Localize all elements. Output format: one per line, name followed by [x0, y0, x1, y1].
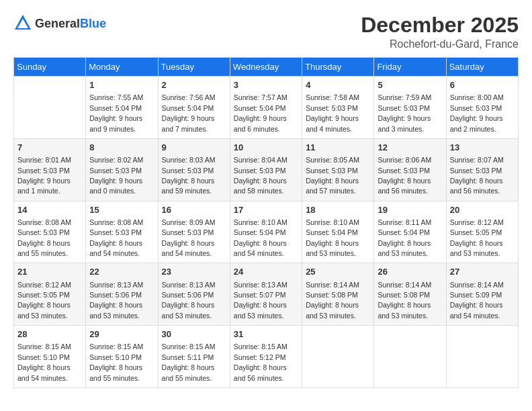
table-row	[446, 326, 518, 388]
day-number: 4	[306, 79, 370, 91]
table-row: 29Sunrise: 8:15 AMSunset: 5:10 PMDayligh…	[86, 326, 158, 388]
day-info: Sunrise: 8:14 AMSunset: 5:08 PMDaylight:…	[306, 281, 359, 320]
table-row	[14, 77, 86, 139]
table-row: 2Sunrise: 7:56 AMSunset: 5:04 PMDaylight…	[158, 77, 230, 139]
day-info: Sunrise: 8:01 AMSunset: 5:03 PMDaylight:…	[17, 156, 71, 195]
day-number: 12	[378, 142, 442, 154]
table-row: 10Sunrise: 8:04 AMSunset: 5:03 PMDayligh…	[230, 138, 302, 201]
col-saturday: Saturday	[446, 58, 518, 77]
table-row: 19Sunrise: 8:11 AMSunset: 5:04 PMDayligh…	[374, 201, 446, 263]
day-info: Sunrise: 8:05 AMSunset: 5:03 PMDaylight:…	[306, 156, 359, 195]
logo-blue: Blue	[80, 17, 106, 30]
day-number: 15	[89, 204, 154, 216]
day-info: Sunrise: 8:00 AMSunset: 5:03 PMDaylight:…	[450, 93, 504, 132]
page-container: GeneralBlue December 2025 Rochefort-du-G…	[0, 0, 532, 395]
day-number: 16	[162, 204, 226, 216]
day-info: Sunrise: 8:11 AMSunset: 5:04 PMDaylight:…	[378, 218, 431, 257]
table-row: 9Sunrise: 8:03 AMSunset: 5:03 PMDaylight…	[158, 138, 230, 201]
table-row: 25Sunrise: 8:14 AMSunset: 5:08 PMDayligh…	[302, 263, 374, 326]
day-number: 17	[234, 204, 298, 216]
table-row: 15Sunrise: 8:08 AMSunset: 5:03 PMDayligh…	[86, 201, 158, 263]
calendar-week-row: 28Sunrise: 8:15 AMSunset: 5:10 PMDayligh…	[14, 326, 519, 388]
day-number: 11	[306, 142, 370, 154]
col-thursday: Thursday	[302, 58, 374, 77]
table-row: 31Sunrise: 8:15 AMSunset: 5:12 PMDayligh…	[230, 326, 302, 388]
day-number: 3	[234, 79, 298, 91]
table-row: 24Sunrise: 8:13 AMSunset: 5:07 PMDayligh…	[230, 263, 302, 326]
day-info: Sunrise: 8:08 AMSunset: 5:03 PMDaylight:…	[89, 218, 143, 257]
table-row: 14Sunrise: 8:08 AMSunset: 5:03 PMDayligh…	[14, 201, 86, 263]
calendar-table: Sunday Monday Tuesday Wednesday Thursday…	[13, 57, 519, 388]
day-number: 10	[234, 142, 298, 154]
day-number: 18	[306, 204, 370, 216]
day-info: Sunrise: 7:56 AMSunset: 5:04 PMDaylight:…	[162, 93, 216, 132]
table-row: 22Sunrise: 8:13 AMSunset: 5:06 PMDayligh…	[86, 263, 158, 326]
logo-general: General	[35, 17, 80, 30]
table-row: 17Sunrise: 8:10 AMSunset: 5:04 PMDayligh…	[230, 201, 302, 263]
day-info: Sunrise: 8:15 AMSunset: 5:10 PMDaylight:…	[17, 342, 71, 381]
table-row: 18Sunrise: 8:10 AMSunset: 5:04 PMDayligh…	[302, 201, 374, 263]
table-row: 7Sunrise: 8:01 AMSunset: 5:03 PMDaylight…	[14, 138, 86, 201]
month-year: December 2025	[361, 13, 519, 37]
table-row: 27Sunrise: 8:14 AMSunset: 5:09 PMDayligh…	[446, 263, 518, 326]
col-sunday: Sunday	[14, 58, 86, 77]
day-number: 31	[234, 328, 298, 340]
day-info: Sunrise: 7:59 AMSunset: 5:03 PMDaylight:…	[378, 93, 431, 132]
table-row: 13Sunrise: 8:07 AMSunset: 5:03 PMDayligh…	[446, 138, 518, 201]
day-number: 23	[162, 266, 226, 278]
table-row: 8Sunrise: 8:02 AMSunset: 5:03 PMDaylight…	[86, 138, 158, 201]
table-row: 3Sunrise: 7:57 AMSunset: 5:04 PMDaylight…	[230, 77, 302, 139]
day-info: Sunrise: 8:14 AMSunset: 5:08 PMDaylight:…	[378, 281, 431, 320]
day-info: Sunrise: 7:58 AMSunset: 5:03 PMDaylight:…	[306, 93, 359, 132]
day-number: 29	[89, 328, 154, 340]
col-wednesday: Wednesday	[230, 58, 302, 77]
table-row: 1Sunrise: 7:55 AMSunset: 5:04 PMDaylight…	[86, 77, 158, 139]
col-friday: Friday	[374, 58, 446, 77]
day-number: 25	[306, 266, 370, 278]
day-info: Sunrise: 8:13 AMSunset: 5:07 PMDaylight:…	[234, 281, 287, 320]
table-row: 4Sunrise: 7:58 AMSunset: 5:03 PMDaylight…	[302, 77, 374, 139]
table-row: 20Sunrise: 8:12 AMSunset: 5:05 PMDayligh…	[446, 201, 518, 263]
calendar-week-row: 7Sunrise: 8:01 AMSunset: 5:03 PMDaylight…	[14, 138, 519, 201]
table-row: 26Sunrise: 8:14 AMSunset: 5:08 PMDayligh…	[374, 263, 446, 326]
day-number: 30	[162, 328, 226, 340]
day-info: Sunrise: 8:13 AMSunset: 5:06 PMDaylight:…	[89, 281, 143, 320]
day-number: 7	[17, 142, 82, 154]
day-info: Sunrise: 8:02 AMSunset: 5:03 PMDaylight:…	[89, 156, 143, 195]
table-row	[374, 326, 446, 388]
day-number: 5	[378, 79, 442, 91]
day-info: Sunrise: 8:12 AMSunset: 5:05 PMDaylight:…	[450, 218, 504, 257]
day-number: 28	[17, 328, 82, 340]
day-number: 9	[162, 142, 226, 154]
table-row: 21Sunrise: 8:12 AMSunset: 5:05 PMDayligh…	[14, 263, 86, 326]
table-row: 11Sunrise: 8:05 AMSunset: 5:03 PMDayligh…	[302, 138, 374, 201]
day-info: Sunrise: 8:09 AMSunset: 5:03 PMDaylight:…	[162, 218, 216, 257]
day-info: Sunrise: 8:12 AMSunset: 5:05 PMDaylight:…	[17, 281, 71, 320]
location: Rochefort-du-Gard, France	[361, 38, 519, 50]
day-info: Sunrise: 8:03 AMSunset: 5:03 PMDaylight:…	[162, 156, 216, 195]
table-row: 16Sunrise: 8:09 AMSunset: 5:03 PMDayligh…	[158, 201, 230, 263]
day-number: 24	[234, 266, 298, 278]
calendar-week-row: 14Sunrise: 8:08 AMSunset: 5:03 PMDayligh…	[14, 201, 519, 263]
day-info: Sunrise: 7:57 AMSunset: 5:04 PMDaylight:…	[234, 93, 287, 132]
day-info: Sunrise: 8:15 AMSunset: 5:11 PMDaylight:…	[162, 342, 216, 381]
table-row: 5Sunrise: 7:59 AMSunset: 5:03 PMDaylight…	[374, 77, 446, 139]
header: GeneralBlue December 2025 Rochefort-du-G…	[13, 13, 519, 50]
calendar-header-row: Sunday Monday Tuesday Wednesday Thursday…	[14, 58, 519, 77]
day-info: Sunrise: 8:04 AMSunset: 5:03 PMDaylight:…	[234, 156, 287, 195]
table-row: 30Sunrise: 8:15 AMSunset: 5:11 PMDayligh…	[158, 326, 230, 388]
day-number: 14	[17, 204, 82, 216]
day-number: 1	[89, 79, 154, 91]
table-row: 6Sunrise: 8:00 AMSunset: 5:03 PMDaylight…	[446, 77, 518, 139]
day-number: 21	[17, 266, 82, 278]
day-number: 22	[89, 266, 154, 278]
day-number: 20	[450, 204, 515, 216]
day-info: Sunrise: 8:15 AMSunset: 5:12 PMDaylight:…	[234, 342, 287, 381]
table-row: 12Sunrise: 8:06 AMSunset: 5:03 PMDayligh…	[374, 138, 446, 201]
day-info: Sunrise: 8:10 AMSunset: 5:04 PMDaylight:…	[234, 218, 287, 257]
logo-text: GeneralBlue	[35, 17, 106, 31]
day-info: Sunrise: 8:13 AMSunset: 5:06 PMDaylight:…	[162, 281, 216, 320]
day-info: Sunrise: 8:08 AMSunset: 5:03 PMDaylight:…	[17, 218, 71, 257]
col-tuesday: Tuesday	[158, 58, 230, 77]
day-info: Sunrise: 8:07 AMSunset: 5:03 PMDaylight:…	[450, 156, 504, 195]
